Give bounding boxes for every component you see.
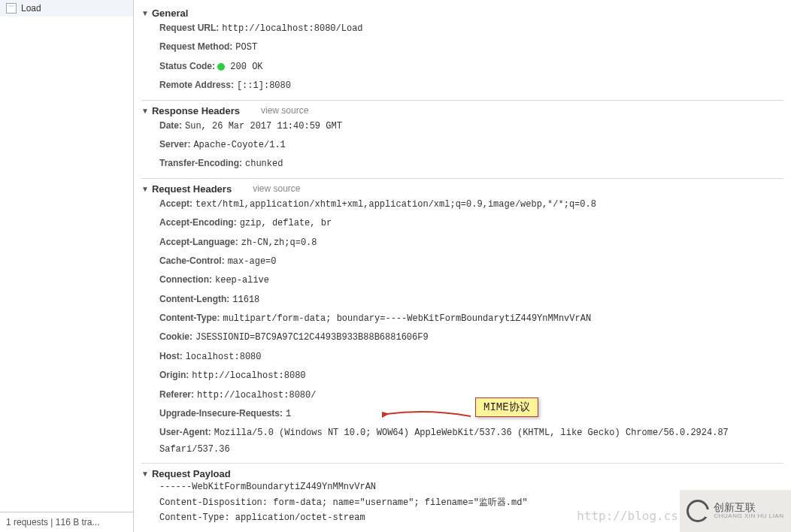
kv-content-type: Content-Typemultipart/form-data; boundar… [141, 309, 783, 328]
section-title-label: Response Headers [152, 105, 240, 116]
kv-connection: Connectionkeep-alive [141, 271, 783, 289]
kv-accept: Accepttext/html,application/xhtml+xml,ap… [141, 195, 783, 213]
kv-referer: Refererhttp://localhost:8080/ [141, 385, 783, 404]
view-source-link[interactable]: view source [261, 105, 308, 116]
request-list: Load [0, 0, 133, 512]
view-source-link[interactable]: view source [253, 183, 300, 194]
chevron-down-icon: ▼ [141, 185, 149, 193]
section-response-headers: ▼ Response Headers view source DateSun, … [141, 100, 783, 178]
annotation-callout: MIME协议 [475, 397, 538, 417]
watermark-logo: 创新互联 CHUANG XIN HU LIAN [680, 490, 791, 532]
chevron-down-icon: ▼ [141, 107, 149, 115]
section-title-general[interactable]: ▼ General [141, 8, 783, 19]
kv-request-url: Request URLhttp://localhost:8080/Load [141, 19, 783, 38]
watermark-url: http://blog.cs [577, 509, 678, 523]
section-title-label: General [152, 8, 188, 19]
section-general: ▼ General Request URLhttp://localhost:80… [141, 3, 783, 100]
kv-user-agent: User-AgentMozilla/5.0 (Windows NT 10.0; … [141, 423, 783, 458]
watermark-brand-en: CHUANG XIN HU LIAN [714, 513, 783, 520]
document-icon [6, 3, 17, 14]
logo-icon [686, 500, 709, 522]
kv-request-method: Request MethodPOST [141, 38, 783, 56]
kv-origin: Originhttp://localhost:8080 [141, 366, 783, 385]
kv-transfer-encoding: Transfer-Encodingchunked [141, 154, 783, 173]
kv-cache-control: Cache-Controlmax-age=0 [141, 252, 783, 271]
headers-panel: ▼ General Request URLhttp://localhost:80… [134, 0, 791, 532]
section-title-response-headers[interactable]: ▼ Response Headers view source [141, 105, 783, 116]
sidebar-footer: 1 requests | 116 B tra... [0, 512, 133, 532]
kv-cookie: CookieJSESSIONID=B7C9A97C12C4493B933B88B… [141, 328, 783, 346]
chevron-down-icon: ▼ [141, 9, 149, 17]
kv-remote-address: Remote Address[::1]:8080 [141, 76, 783, 95]
kv-date: DateSun, 26 Mar 2017 11:40:59 GMT [141, 116, 783, 135]
annotation-label: MIME协议 [483, 401, 530, 413]
kv-accept-language: Accept-Languagezh-CN,zh;q=0.8 [141, 233, 783, 252]
section-request-headers: ▼ Request Headers view source Accepttext… [141, 178, 783, 463]
status-dot-icon [217, 63, 225, 71]
kv-content-length: Content-Length11618 [141, 290, 783, 309]
network-sidebar: Load 1 requests | 116 B tra... [0, 0, 134, 532]
section-title-request-payload[interactable]: ▼ Request Payload [141, 468, 783, 479]
kv-upgrade-insecure-requests: Upgrade-Insecure-Requests1 [141, 404, 783, 423]
section-title-label: Request Headers [152, 183, 232, 195]
kv-host: Hostlocalhost:8080 [141, 347, 783, 366]
section-title-label: Request Payload [152, 468, 231, 479]
kv-server: ServerApache-Coyote/1.1 [141, 135, 783, 154]
section-title-request-headers[interactable]: ▼ Request Headers view source [141, 183, 783, 195]
kv-status-code: Status Code 200 OK [141, 57, 783, 76]
request-row-label: Load [21, 3, 41, 14]
watermark-brand: 创新互联 [714, 502, 783, 513]
kv-accept-encoding: Accept-Encodinggzip, deflate, br [141, 213, 783, 232]
request-row-load[interactable]: Load [0, 0, 133, 17]
chevron-down-icon: ▼ [141, 470, 149, 478]
